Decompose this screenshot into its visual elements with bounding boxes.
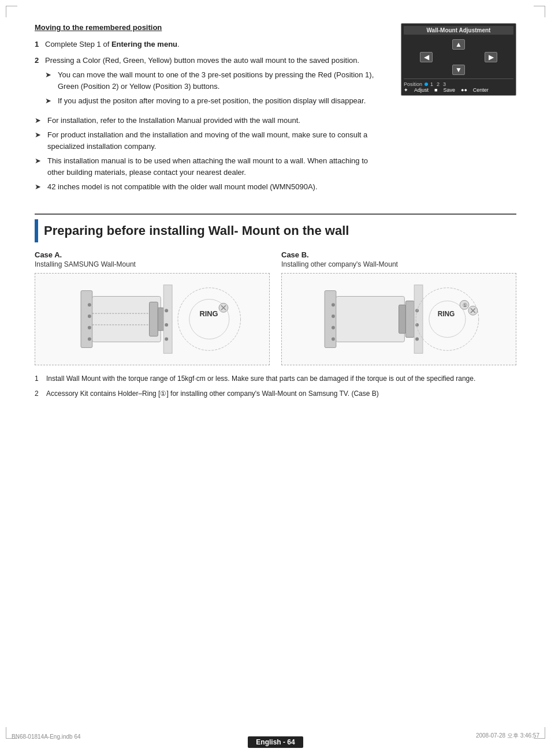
main-content: Moving to the remembered position 1 Comp…	[35, 23, 384, 196]
save-dot: ■	[434, 87, 437, 93]
corner-mark-tr	[534, 6, 545, 17]
case-b-subtitle: Installing other company's Wall-Mount	[281, 260, 516, 268]
numbered-list: 1 Complete Step 1 of Entering the menu. …	[35, 39, 384, 110]
case-a-svg: RING	[35, 274, 269, 365]
page-badge: English - 64	[248, 736, 303, 748]
svg-rect-26	[399, 305, 406, 333]
wm-arrows: ▲ ◀ ▶ ▼	[404, 38, 513, 76]
page: Moving to the remembered position 1 Comp…	[0, 0, 551, 756]
wm-active-dot	[425, 83, 428, 86]
svg-point-5	[88, 337, 91, 340]
bottom-notes: 1 Install Wall Mount with the torque ran…	[35, 373, 516, 399]
bullet-content: For product installation and the install…	[47, 129, 384, 152]
bullet-content: You can move the wall mount to one of th…	[58, 69, 384, 92]
bullet-content: 42 inches model is not compatible with t…	[47, 181, 384, 193]
svg-text:RING: RING	[438, 310, 455, 318]
wm-position-label: Position 1 2 3	[404, 81, 446, 87]
bullet-content: This installation manual is to be used w…	[47, 155, 384, 178]
sub-bullet: ➤ For product installation and the insta…	[35, 129, 384, 152]
list-item: 2 Pressing a Color (Red, Green, Yellow) …	[35, 55, 384, 110]
footer-date: 2008-07-28 오후 3:46:57	[476, 732, 539, 740]
wm-up-button[interactable]: ▲	[452, 39, 465, 50]
arrow-marker: ➤	[35, 181, 47, 193]
case-b-diagram: RING ①	[281, 273, 516, 365]
center-dots: ●●	[461, 87, 467, 93]
case-b-block: Case B. Installing other company's Wall-…	[281, 250, 516, 365]
list-item: 1 Complete Step 1 of Entering the menu.	[35, 39, 384, 50]
svg-text:RING: RING	[199, 309, 218, 318]
save-label: Save	[443, 87, 455, 93]
adjust-icon: ✦	[404, 87, 408, 93]
item-number: 1	[35, 39, 45, 50]
wm-left-button[interactable]: ◀	[420, 52, 433, 62]
svg-rect-6	[150, 302, 158, 336]
arrow-marker: ➤	[35, 115, 47, 126]
wm-position-nums: 1 2 3	[430, 81, 446, 87]
section-heading: Moving to the remembered position	[35, 23, 384, 32]
bullet-content: For installation, refer to the Installat…	[47, 115, 384, 126]
note-item: 2 Accessory Kit contains Holder–Ring [①]…	[35, 388, 516, 399]
wm-down-button[interactable]: ▼	[452, 65, 465, 75]
wm-title-bar: Wall-Mount Adjustment	[404, 26, 513, 35]
position-text: Position	[404, 81, 422, 87]
svg-point-2	[88, 303, 91, 306]
sub-bullet: ➤ If you adjust the positon after moving…	[45, 95, 384, 107]
note-text: Install Wall Mount with the torque range…	[46, 373, 516, 384]
svg-point-24	[332, 325, 335, 329]
item-content: Complete Step 1 of Entering the menu.	[45, 39, 384, 50]
footer-filename: BN68-01814A-Eng.indb 64	[12, 733, 81, 740]
blue-accent-bar	[35, 219, 38, 242]
step1-bold: Entering the menu	[111, 40, 177, 48]
wm-status-bar: Position 1 2 3	[404, 78, 513, 87]
cases-row: Case A. Installing SAMSUNG Wall-Mount	[35, 250, 516, 365]
sub-bullet: ➤ 42 inches model is not compatible with…	[35, 181, 384, 193]
item-content: Pressing a Color (Red, Green, Yellow) bu…	[45, 55, 384, 110]
svg-point-18	[165, 323, 168, 326]
svg-point-23	[332, 315, 335, 318]
svg-point-9	[178, 287, 241, 350]
pos-1: 1	[430, 81, 433, 87]
svg-rect-27	[405, 301, 414, 337]
bullet-content: If you adjust the positon after moving t…	[58, 95, 384, 107]
note-number: 1	[35, 373, 46, 384]
note-number: 2	[35, 388, 46, 399]
case-a-block: Case A. Installing SAMSUNG Wall-Mount	[35, 250, 270, 365]
svg-point-32	[416, 287, 479, 350]
sub-bullet: ➤ You can move the wall mount to one of …	[45, 69, 384, 92]
svg-point-4	[88, 325, 91, 329]
case-a-title: Case A.	[35, 250, 270, 259]
corner-mark-tl	[6, 6, 17, 17]
svg-point-19	[165, 337, 168, 340]
svg-point-30	[415, 323, 419, 326]
arrow-marker: ➤	[45, 69, 58, 81]
svg-point-25	[332, 337, 335, 340]
svg-rect-21	[336, 296, 405, 342]
note-item: 1 Install Wall Mount with the torque ran…	[35, 373, 516, 384]
footer: BN68-01814A-Eng.indb 64 English - 64 200…	[0, 736, 551, 748]
center-label: Center	[473, 87, 489, 93]
sub-bullets: ➤ You can move the wall mount to one of …	[45, 69, 384, 107]
svg-rect-8	[163, 285, 172, 353]
wm-mid-row: ◀ ▶	[420, 52, 497, 62]
pos-3: 3	[443, 81, 446, 87]
wm-right-button[interactable]: ▶	[485, 52, 497, 62]
pos-2: 2	[437, 81, 440, 87]
item-number: 2	[35, 55, 45, 110]
svg-point-17	[165, 309, 168, 312]
svg-text:①: ①	[463, 302, 467, 308]
sub-bullet: ➤ This installation manual is to be used…	[35, 155, 384, 178]
svg-rect-28	[414, 285, 423, 353]
svg-point-3	[88, 315, 91, 318]
adjust-label: Adjust	[414, 87, 429, 93]
arrow-marker: ➤	[35, 155, 47, 167]
wall-mount-panel: Wall-Mount Adjustment ▲ ◀ ▶ ▼	[401, 23, 516, 196]
sub-bullet: ➤ For installation, refer to the Install…	[35, 115, 384, 126]
wm-up-row: ▲	[452, 39, 465, 50]
standalone-bullets: ➤ For installation, refer to the Install…	[35, 115, 384, 193]
wm-controls: ✦ Adjust ■ Save ●● Center	[404, 87, 513, 93]
step2-text: Pressing a Color (Red, Green, Yellow) bu…	[45, 56, 359, 65]
svg-rect-7	[158, 308, 163, 331]
svg-point-31	[415, 337, 419, 340]
arrow-marker: ➤	[45, 95, 58, 107]
arrow-marker: ➤	[35, 129, 47, 141]
